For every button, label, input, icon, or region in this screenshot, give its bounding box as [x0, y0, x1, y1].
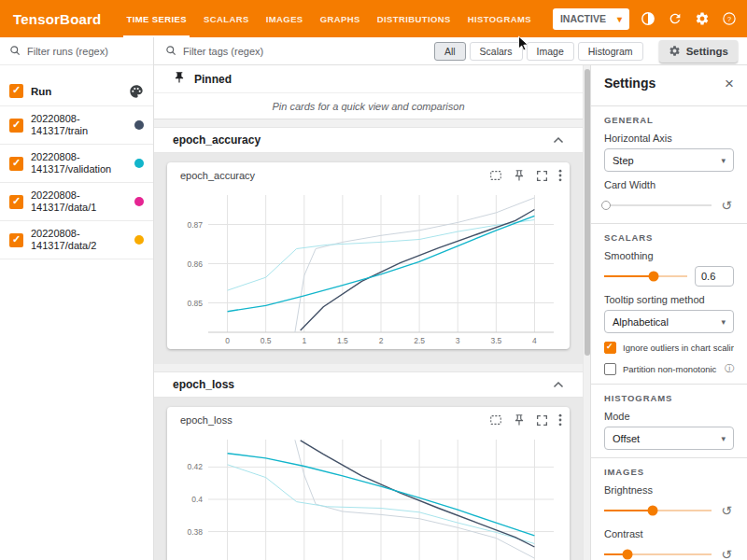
fullscreen-icon[interactable] [536, 414, 548, 427]
pin-icon[interactable] [513, 169, 526, 182]
data-selection-icon[interactable] [489, 169, 502, 182]
reset-icon[interactable]: ↺ [719, 198, 734, 213]
tab-images[interactable]: IMAGES [258, 0, 312, 37]
tooltip-sort-value: Alphabetical [613, 316, 669, 328]
run-checkbox[interactable] [9, 233, 23, 247]
chip-histogram[interactable]: Histogram [578, 42, 643, 61]
slider-fill [604, 510, 653, 511]
tooltip-sort-select[interactable]: Alphabetical ▾ [604, 310, 734, 333]
run-name: 20220808-141317/validation [31, 151, 127, 175]
search-icon [9, 43, 21, 60]
more-options-icon[interactable] [558, 413, 562, 427]
tab-histograms[interactable]: HISTOGRAMS [459, 0, 540, 37]
fullscreen-icon[interactable] [536, 170, 548, 182]
slider-thumb[interactable] [647, 506, 657, 516]
run-row-data-1[interactable]: 20220808-141317/data/1 [0, 183, 153, 221]
search-icon [165, 43, 176, 60]
theme-toggle-icon[interactable] [640, 10, 656, 27]
runs-filter-input[interactable] [27, 46, 144, 57]
svg-text:1: 1 [302, 336, 306, 345]
palette-icon[interactable] [129, 84, 144, 99]
card-width-slider[interactable] [604, 200, 712, 211]
main-nav: TIME SERIES SCALARS IMAGES GRAPHS DISTRI… [118, 0, 540, 37]
section-header[interactable]: epoch_accuracy [154, 127, 583, 153]
brightness-label: Brightness [604, 484, 734, 496]
card-actions [489, 169, 562, 182]
pin-icon[interactable] [513, 413, 526, 427]
brightness-slider[interactable] [604, 505, 712, 516]
contrast-slider[interactable] [604, 549, 712, 560]
app-header: TensorBoard TIME SERIES SCALARS IMAGES G… [0, 0, 747, 37]
partition-x-checkbox[interactable] [604, 363, 616, 375]
pinned-section: Pinned Pin cards for a quick view and co… [154, 65, 583, 119]
chip-image[interactable]: Image [527, 42, 574, 61]
run-checkbox[interactable] [9, 157, 23, 171]
scrollbar-thumb[interactable] [585, 69, 590, 356]
scalars-heading: SCALARS [604, 232, 734, 243]
tab-time-series[interactable]: TIME SERIES [118, 0, 195, 37]
more-options-icon[interactable] [558, 169, 562, 182]
svg-text:?: ? [727, 15, 731, 23]
ignore-outliers-label: Ignore outliers in chart scaling [623, 343, 734, 353]
tab-distributions[interactable]: DISTRIBUTIONS [369, 0, 459, 37]
chevron-up-icon[interactable] [553, 136, 564, 144]
run-checkbox[interactable] [9, 195, 23, 209]
svg-text:0.38: 0.38 [187, 527, 203, 537]
section-title: epoch_accuracy [173, 133, 261, 147]
ignore-outliers-checkbox[interactable] [604, 342, 616, 354]
chevron-down-icon: ▾ [721, 434, 726, 443]
reset-icon[interactable]: ↺ [719, 503, 734, 518]
run-row-train[interactable]: 20220808-141317/train [0, 106, 153, 145]
section-header[interactable]: epoch_loss [154, 371, 583, 398]
close-icon[interactable]: × [725, 76, 734, 91]
run-checkbox[interactable] [9, 119, 23, 133]
divider [591, 384, 747, 385]
svg-text:1.5: 1.5 [336, 336, 347, 345]
chip-scalars[interactable]: Scalars [470, 42, 523, 61]
svg-text:0.42: 0.42 [187, 462, 203, 471]
settings-button[interactable]: Settings [659, 40, 738, 63]
card-width-label: Card Width [604, 179, 734, 190]
slider-thumb[interactable] [649, 272, 659, 282]
epoch-loss-chart[interactable]: 00.511.522.533.540.360.380.40.42 [171, 433, 567, 560]
tags-filter-input[interactable] [183, 46, 360, 57]
scalar-card-epoch-accuracy: epoch_accuracy [167, 162, 570, 349]
run-row-validation[interactable]: 20220808-141317/validation [0, 145, 153, 183]
smoothing-input[interactable] [695, 266, 734, 287]
svg-text:0.85: 0.85 [187, 299, 203, 308]
run-name: 20220808-141317/train [31, 113, 127, 137]
tag-section-epoch-accuracy: epoch_accuracy epoch_accuracy [154, 127, 583, 364]
reset-icon[interactable]: ↺ [719, 547, 734, 560]
histogram-mode-select[interactable]: Offset ▾ [604, 427, 734, 450]
pin-icon [173, 71, 186, 87]
chip-all[interactable]: All [434, 42, 466, 61]
svg-text:0.5: 0.5 [260, 336, 271, 345]
run-name: 20220808-141317/data/1 [31, 189, 127, 214]
divider [591, 105, 747, 106]
refresh-icon[interactable] [667, 10, 684, 27]
run-row-data-2[interactable]: 20220808-141317/data/2 [0, 221, 153, 259]
runs-filter-row [0, 37, 153, 65]
epoch-accuracy-chart[interactable]: 00.511.522.533.540.850.860.87 [171, 189, 567, 349]
slider-fill [604, 275, 654, 277]
slider-thumb[interactable] [623, 550, 633, 560]
horizontal-axis-select[interactable]: Step ▾ [604, 148, 734, 172]
data-selection-icon[interactable] [489, 413, 502, 427]
status-select[interactable]: INACTIVE ▾ [553, 8, 629, 30]
tab-graphs[interactable]: GRAPHS [312, 0, 369, 37]
gear-icon[interactable] [694, 10, 711, 27]
tab-scalars[interactable]: SCALARS [195, 0, 258, 37]
histogram-mode-value: Offset [613, 433, 640, 444]
info-icon[interactable]: ⓘ [725, 362, 734, 375]
select-all-runs-checkbox[interactable] [9, 84, 23, 98]
smoothing-slider[interactable] [604, 271, 687, 282]
run-color-dot [134, 120, 144, 130]
svg-text:2.5: 2.5 [414, 336, 425, 345]
runs-header-label: Run [31, 86, 51, 97]
tag-section-epoch-loss: epoch_loss epoch_loss [154, 371, 583, 560]
runs-sidebar: Run 20220808-141317/train 20220808-14131… [0, 37, 154, 560]
tooltip-sort-label: Tooltip sorting method [604, 294, 734, 305]
help-icon[interactable]: ? [721, 10, 738, 27]
chevron-up-icon[interactable] [553, 381, 564, 388]
slider-thumb[interactable] [601, 201, 611, 210]
